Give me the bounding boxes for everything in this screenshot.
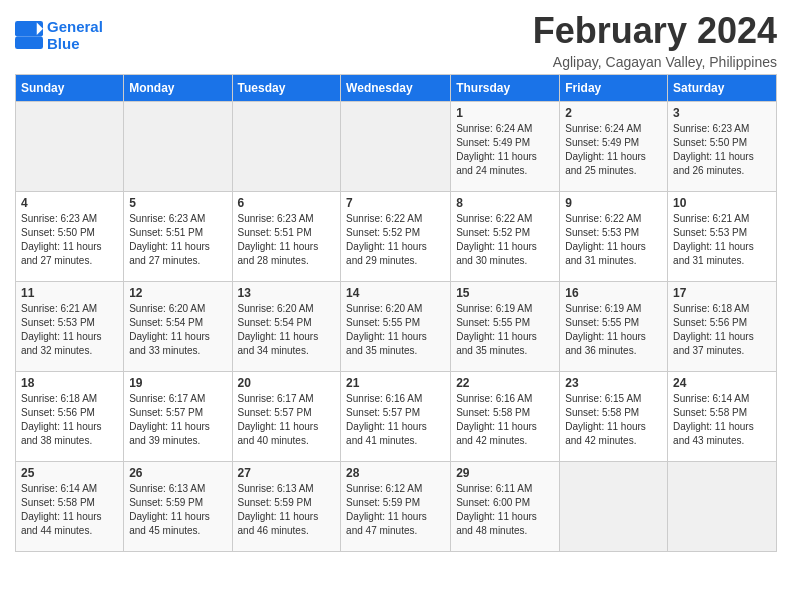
day-cell: 16Sunrise: 6:19 AM Sunset: 5:55 PM Dayli…: [560, 282, 668, 372]
weekday-monday: Monday: [124, 75, 232, 102]
day-cell: 21Sunrise: 6:16 AM Sunset: 5:57 PM Dayli…: [341, 372, 451, 462]
day-info: Sunrise: 6:24 AM Sunset: 5:49 PM Dayligh…: [565, 122, 662, 178]
day-cell: 4Sunrise: 6:23 AM Sunset: 5:50 PM Daylig…: [16, 192, 124, 282]
day-number: 25: [21, 466, 118, 480]
day-number: 20: [238, 376, 336, 390]
weekday-tuesday: Tuesday: [232, 75, 341, 102]
day-number: 15: [456, 286, 554, 300]
day-info: Sunrise: 6:13 AM Sunset: 5:59 PM Dayligh…: [129, 482, 226, 538]
day-info: Sunrise: 6:24 AM Sunset: 5:49 PM Dayligh…: [456, 122, 554, 178]
calendar-body: 1Sunrise: 6:24 AM Sunset: 5:49 PM Daylig…: [16, 102, 777, 552]
day-number: 17: [673, 286, 771, 300]
day-cell: 1Sunrise: 6:24 AM Sunset: 5:49 PM Daylig…: [451, 102, 560, 192]
day-info: Sunrise: 6:23 AM Sunset: 5:51 PM Dayligh…: [129, 212, 226, 268]
svg-rect-1: [15, 37, 43, 49]
week-row-3: 11Sunrise: 6:21 AM Sunset: 5:53 PM Dayli…: [16, 282, 777, 372]
weekday-sunday: Sunday: [16, 75, 124, 102]
day-info: Sunrise: 6:23 AM Sunset: 5:50 PM Dayligh…: [21, 212, 118, 268]
day-info: Sunrise: 6:21 AM Sunset: 5:53 PM Dayligh…: [21, 302, 118, 358]
day-cell: 3Sunrise: 6:23 AM Sunset: 5:50 PM Daylig…: [668, 102, 777, 192]
day-cell: [341, 102, 451, 192]
day-cell: 13Sunrise: 6:20 AM Sunset: 5:54 PM Dayli…: [232, 282, 341, 372]
day-cell: 9Sunrise: 6:22 AM Sunset: 5:53 PM Daylig…: [560, 192, 668, 282]
day-cell: 26Sunrise: 6:13 AM Sunset: 5:59 PM Dayli…: [124, 462, 232, 552]
day-cell: 6Sunrise: 6:23 AM Sunset: 5:51 PM Daylig…: [232, 192, 341, 282]
day-info: Sunrise: 6:11 AM Sunset: 6:00 PM Dayligh…: [456, 482, 554, 538]
day-number: 19: [129, 376, 226, 390]
day-number: 13: [238, 286, 336, 300]
week-row-5: 25Sunrise: 6:14 AM Sunset: 5:58 PM Dayli…: [16, 462, 777, 552]
day-cell: 14Sunrise: 6:20 AM Sunset: 5:55 PM Dayli…: [341, 282, 451, 372]
day-cell: 15Sunrise: 6:19 AM Sunset: 5:55 PM Dayli…: [451, 282, 560, 372]
day-number: 12: [129, 286, 226, 300]
day-number: 18: [21, 376, 118, 390]
day-number: 22: [456, 376, 554, 390]
day-number: 21: [346, 376, 445, 390]
month-title: February 2024: [533, 10, 777, 52]
day-cell: 22Sunrise: 6:16 AM Sunset: 5:58 PM Dayli…: [451, 372, 560, 462]
day-info: Sunrise: 6:22 AM Sunset: 5:53 PM Dayligh…: [565, 212, 662, 268]
week-row-4: 18Sunrise: 6:18 AM Sunset: 5:56 PM Dayli…: [16, 372, 777, 462]
day-info: Sunrise: 6:16 AM Sunset: 5:57 PM Dayligh…: [346, 392, 445, 448]
day-info: Sunrise: 6:17 AM Sunset: 5:57 PM Dayligh…: [238, 392, 336, 448]
day-info: Sunrise: 6:22 AM Sunset: 5:52 PM Dayligh…: [346, 212, 445, 268]
day-cell: 10Sunrise: 6:21 AM Sunset: 5:53 PM Dayli…: [668, 192, 777, 282]
day-number: 10: [673, 196, 771, 210]
day-info: Sunrise: 6:23 AM Sunset: 5:50 PM Dayligh…: [673, 122, 771, 178]
day-number: 23: [565, 376, 662, 390]
day-info: Sunrise: 6:19 AM Sunset: 5:55 PM Dayligh…: [565, 302, 662, 358]
day-cell: [560, 462, 668, 552]
day-number: 16: [565, 286, 662, 300]
day-cell: [124, 102, 232, 192]
day-number: 5: [129, 196, 226, 210]
weekday-thursday: Thursday: [451, 75, 560, 102]
day-cell: 27Sunrise: 6:13 AM Sunset: 5:59 PM Dayli…: [232, 462, 341, 552]
day-cell: [16, 102, 124, 192]
day-cell: 25Sunrise: 6:14 AM Sunset: 5:58 PM Dayli…: [16, 462, 124, 552]
day-number: 28: [346, 466, 445, 480]
day-cell: 29Sunrise: 6:11 AM Sunset: 6:00 PM Dayli…: [451, 462, 560, 552]
day-info: Sunrise: 6:14 AM Sunset: 5:58 PM Dayligh…: [21, 482, 118, 538]
day-info: Sunrise: 6:21 AM Sunset: 5:53 PM Dayligh…: [673, 212, 771, 268]
day-cell: 5Sunrise: 6:23 AM Sunset: 5:51 PM Daylig…: [124, 192, 232, 282]
page-header: General Blue February 2024 Aglipay, Caga…: [15, 10, 777, 70]
day-info: Sunrise: 6:13 AM Sunset: 5:59 PM Dayligh…: [238, 482, 336, 538]
day-number: 6: [238, 196, 336, 210]
day-cell: 28Sunrise: 6:12 AM Sunset: 5:59 PM Dayli…: [341, 462, 451, 552]
day-cell: 8Sunrise: 6:22 AM Sunset: 5:52 PM Daylig…: [451, 192, 560, 282]
weekday-wednesday: Wednesday: [341, 75, 451, 102]
day-number: 1: [456, 106, 554, 120]
day-cell: [232, 102, 341, 192]
weekday-friday: Friday: [560, 75, 668, 102]
day-info: Sunrise: 6:18 AM Sunset: 5:56 PM Dayligh…: [21, 392, 118, 448]
title-block: February 2024 Aglipay, Cagayan Valley, P…: [533, 10, 777, 70]
day-number: 9: [565, 196, 662, 210]
day-number: 14: [346, 286, 445, 300]
location-title: Aglipay, Cagayan Valley, Philippines: [533, 54, 777, 70]
day-cell: 19Sunrise: 6:17 AM Sunset: 5:57 PM Dayli…: [124, 372, 232, 462]
day-number: 2: [565, 106, 662, 120]
logo-icon: [15, 21, 43, 49]
day-info: Sunrise: 6:15 AM Sunset: 5:58 PM Dayligh…: [565, 392, 662, 448]
day-info: Sunrise: 6:20 AM Sunset: 5:54 PM Dayligh…: [238, 302, 336, 358]
day-info: Sunrise: 6:12 AM Sunset: 5:59 PM Dayligh…: [346, 482, 445, 538]
day-number: 8: [456, 196, 554, 210]
day-number: 26: [129, 466, 226, 480]
day-cell: 18Sunrise: 6:18 AM Sunset: 5:56 PM Dayli…: [16, 372, 124, 462]
day-cell: 12Sunrise: 6:20 AM Sunset: 5:54 PM Dayli…: [124, 282, 232, 372]
day-info: Sunrise: 6:14 AM Sunset: 5:58 PM Dayligh…: [673, 392, 771, 448]
day-info: Sunrise: 6:20 AM Sunset: 5:55 PM Dayligh…: [346, 302, 445, 358]
weekday-saturday: Saturday: [668, 75, 777, 102]
day-number: 29: [456, 466, 554, 480]
day-cell: 2Sunrise: 6:24 AM Sunset: 5:49 PM Daylig…: [560, 102, 668, 192]
week-row-1: 1Sunrise: 6:24 AM Sunset: 5:49 PM Daylig…: [16, 102, 777, 192]
day-cell: 24Sunrise: 6:14 AM Sunset: 5:58 PM Dayli…: [668, 372, 777, 462]
day-cell: 20Sunrise: 6:17 AM Sunset: 5:57 PM Dayli…: [232, 372, 341, 462]
weekday-header-row: SundayMondayTuesdayWednesdayThursdayFrid…: [16, 75, 777, 102]
day-number: 7: [346, 196, 445, 210]
day-number: 3: [673, 106, 771, 120]
day-info: Sunrise: 6:23 AM Sunset: 5:51 PM Dayligh…: [238, 212, 336, 268]
day-cell: 17Sunrise: 6:18 AM Sunset: 5:56 PM Dayli…: [668, 282, 777, 372]
day-cell: 11Sunrise: 6:21 AM Sunset: 5:53 PM Dayli…: [16, 282, 124, 372]
day-cell: [668, 462, 777, 552]
